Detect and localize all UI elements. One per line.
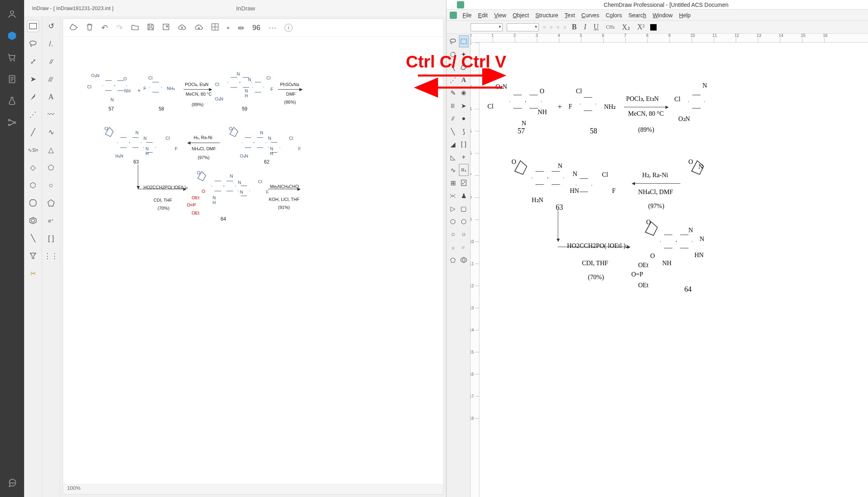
rail-graph-icon[interactable] bbox=[6, 117, 18, 129]
cd-hex2-icon[interactable]: ⬡ bbox=[459, 215, 469, 227]
cd-rect-icon[interactable]: ▢ bbox=[459, 202, 469, 215]
align-left-icon[interactable]: ≡ bbox=[543, 25, 546, 30]
menu-help[interactable]: Help bbox=[677, 11, 693, 19]
line-icon[interactable]: ╲ bbox=[27, 232, 39, 244]
color-swatch[interactable] bbox=[650, 24, 657, 31]
more-icon[interactable]: ⋯ bbox=[268, 23, 276, 33]
italic-button[interactable]: I bbox=[582, 23, 588, 31]
subscript-button[interactable]: X₂ bbox=[620, 23, 632, 32]
chain-icon[interactable]: ∿ bbox=[45, 126, 57, 138]
menu-colors[interactable]: Colors bbox=[603, 11, 624, 19]
cd-text-icon[interactable]: A bbox=[459, 74, 469, 86]
cd-stamp-icon[interactable]: ♟ bbox=[459, 190, 469, 202]
hexagon-icon[interactable]: ⬡ bbox=[27, 179, 39, 191]
grid-icon[interactable] bbox=[211, 23, 219, 33]
align-justify-icon[interactable]: ≡ bbox=[563, 25, 566, 30]
bracket-icon[interactable]: [ ] bbox=[45, 232, 57, 244]
rail-cart-icon[interactable] bbox=[6, 51, 18, 63]
funnel-icon[interactable] bbox=[27, 250, 39, 262]
lasso-icon[interactable] bbox=[27, 38, 39, 50]
benzene-icon[interactable] bbox=[27, 215, 39, 227]
formula-button[interactable]: CH₂ bbox=[604, 24, 616, 30]
scissors-icon[interactable]: ✂ bbox=[27, 268, 39, 280]
cd-line-icon[interactable]: ╲ bbox=[448, 125, 458, 137]
cd-wedge-icon[interactable]: ◢ bbox=[448, 138, 458, 150]
cd-zigzag-icon[interactable]: ⩙ bbox=[448, 190, 458, 202]
info-icon[interactable]: i bbox=[285, 24, 293, 32]
pentagon2-icon[interactable] bbox=[45, 197, 57, 209]
cloud-down-icon[interactable] bbox=[194, 23, 203, 33]
fit-icon[interactable]: ⇹ bbox=[237, 23, 244, 33]
menu-view[interactable]: View bbox=[492, 11, 509, 19]
cd-tlc-icon[interactable] bbox=[459, 177, 469, 189]
cd-table-icon[interactable]: ⊞ bbox=[448, 177, 458, 189]
underline-button[interactable]: U bbox=[592, 23, 600, 31]
rail-chat-icon[interactable] bbox=[6, 477, 18, 489]
font-family-select[interactable] bbox=[471, 23, 503, 31]
bond-icon[interactable]: ╱ bbox=[27, 126, 39, 138]
redo-icon[interactable]: ↷ bbox=[116, 23, 123, 33]
cd-dash-icon[interactable]: ⫽ bbox=[448, 112, 458, 125]
rotate-icon[interactable]: ↺ bbox=[45, 20, 57, 32]
cd-play-icon[interactable]: ▷ bbox=[448, 202, 458, 215]
align-center-icon[interactable]: ≡ bbox=[550, 25, 553, 30]
octagon-icon[interactable] bbox=[27, 197, 39, 209]
menu-structure[interactable]: Structure bbox=[533, 11, 561, 19]
cd-pentagon-icon[interactable]: ⬠ bbox=[448, 254, 458, 266]
cd-plus-icon[interactable]: + bbox=[459, 151, 469, 163]
cd-chair2-icon[interactable]: ⟔ bbox=[459, 241, 469, 253]
cd-hex1-icon[interactable]: ⬡ bbox=[448, 215, 458, 227]
triple-bond-icon[interactable]: ⫻ bbox=[45, 73, 57, 85]
cd-circle-icon[interactable]: ● bbox=[459, 112, 469, 125]
cd-circ2-icon[interactable]: ○ bbox=[459, 228, 469, 240]
cd-hash-icon[interactable]: ⫼ bbox=[448, 100, 458, 112]
rail-flask-icon[interactable] bbox=[6, 95, 18, 107]
select-rect-icon[interactable] bbox=[27, 20, 39, 32]
diamond-icon[interactable]: ◇ bbox=[27, 162, 39, 174]
rail-document-icon[interactable] bbox=[6, 73, 18, 85]
indraw-canvas[interactable]: O₂N Cl O NH N 57 + F Cl NH₂ 58 POCl₃, Et… bbox=[63, 37, 443, 484]
menu-object[interactable]: Object bbox=[510, 11, 531, 19]
cloud-up-icon[interactable] bbox=[178, 23, 186, 33]
arrow-tool-icon[interactable]: ➤ bbox=[27, 73, 39, 85]
superscript-button[interactable]: X² bbox=[636, 23, 646, 31]
rail-hex-icon[interactable] bbox=[6, 30, 18, 42]
open-icon[interactable] bbox=[131, 23, 139, 33]
menu-window[interactable]: Window bbox=[650, 11, 675, 19]
menu-text[interactable]: Text bbox=[562, 11, 577, 19]
cd-rgroup-icon[interactable]: R₁ bbox=[459, 164, 469, 176]
cd-bracket-icon[interactable]: [ ] bbox=[459, 138, 469, 150]
trash-icon[interactable] bbox=[86, 23, 93, 33]
menu-file[interactable]: File bbox=[460, 11, 474, 19]
cd-fragment-icon[interactable]: ✦ bbox=[459, 48, 469, 60]
pentagon-icon[interactable]: ⬠ bbox=[45, 162, 57, 174]
cd-dotbond-icon[interactable]: ⋰ bbox=[448, 74, 458, 86]
move-icon[interactable]: ⤢ bbox=[27, 55, 39, 67]
pen-tool-icon[interactable] bbox=[27, 91, 39, 103]
export-icon[interactable] bbox=[162, 23, 170, 33]
chemdraw-canvas[interactable]: O₂N Cl O NH N 57 + F Cl NH₂ 58 POCl₃, Et… bbox=[479, 43, 868, 497]
menu-edit[interactable]: Edit bbox=[476, 11, 490, 19]
chain-sn-icon[interactable]: ∿Sn bbox=[27, 144, 39, 156]
cd-template-icon[interactable]: ❀ bbox=[459, 87, 469, 99]
circle-icon[interactable]: ○ bbox=[45, 179, 57, 191]
rail-user-icon[interactable] bbox=[6, 8, 18, 20]
font-size-select[interactable] bbox=[507, 23, 539, 31]
cd-arrow-icon[interactable]: ➤ bbox=[459, 100, 469, 112]
cd-pen-icon[interactable]: ✎ bbox=[448, 87, 458, 99]
cd-bond-icon[interactable]: ╲ bbox=[448, 61, 458, 73]
align-right-icon[interactable]: ≡ bbox=[557, 25, 559, 30]
menu-curves[interactable]: Curves bbox=[579, 11, 602, 19]
bold-button[interactable]: B bbox=[570, 23, 578, 31]
cd-lasso-icon[interactable] bbox=[448, 35, 458, 47]
cd-dottri-icon[interactable]: ◺ bbox=[448, 151, 458, 163]
double-bond-icon[interactable]: ⫽ bbox=[45, 55, 57, 67]
cd-marquee-icon[interactable] bbox=[459, 35, 469, 47]
charge-icon[interactable]: e⁺ bbox=[45, 215, 57, 227]
cd-curve-icon[interactable]: ⟆ bbox=[459, 125, 469, 137]
triangle-icon[interactable]: △ bbox=[45, 144, 57, 156]
cd-wavy-icon[interactable]: ∿ bbox=[448, 164, 458, 176]
cd-eraser-icon[interactable] bbox=[459, 61, 469, 73]
cd-structure-icon[interactable]: ⬡̇ bbox=[448, 48, 458, 60]
fill-icon[interactable]: ▪ bbox=[227, 23, 229, 33]
